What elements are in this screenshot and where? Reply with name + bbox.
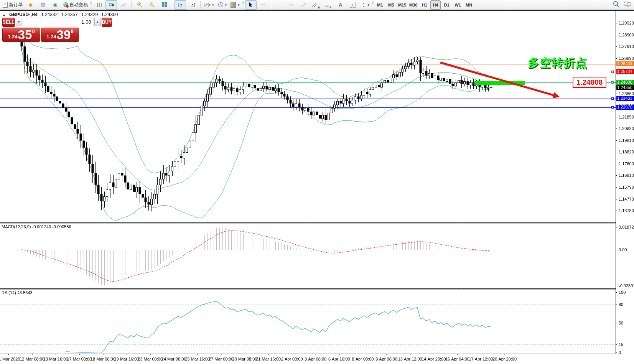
toolbar-separator bbox=[271, 1, 272, 9]
bar-chart-icon bbox=[96, 2, 102, 8]
chat-icon[interactable] bbox=[623, 1, 632, 7]
chart-window: 新订单 ◆ ▥ ◉ 自动交易 bbox=[0, 0, 634, 364]
text-label-icon: T bbox=[350, 2, 356, 8]
cursor-icon bbox=[248, 2, 253, 8]
toolbar-separator bbox=[172, 1, 173, 9]
rsi-label: RSI(14) 43.5643 bbox=[2, 290, 33, 295]
zoom-out-button[interactable] bbox=[146, 0, 158, 10]
price-level-label: 1.22670 bbox=[616, 105, 634, 110]
navigator-icon: ◉ bbox=[53, 2, 57, 7]
candlestick-icon bbox=[109, 2, 114, 8]
chevron-down-icon: ▾ bbox=[368, 3, 370, 7]
chart-shift-icon bbox=[190, 2, 196, 8]
channel-icon bbox=[312, 2, 318, 8]
volume-down-button[interactable]: ▼ bbox=[16, 18, 22, 26]
symbol-ohlc-line: ▲ GBPUSD-,H4 1.24332 1.24357 1.24329 1.2… bbox=[2, 12, 118, 17]
new-order-icon bbox=[3, 2, 8, 8]
price-box-annotation[interactable]: 1.24808 bbox=[573, 77, 606, 88]
crosshair-button[interactable] bbox=[257, 0, 269, 10]
chevron-down-icon: ▾ bbox=[212, 3, 214, 7]
channel-button[interactable]: E bbox=[310, 0, 322, 10]
vertical-line-button[interactable] bbox=[273, 0, 285, 10]
tf-d1[interactable]: D1 bbox=[441, 0, 452, 10]
templates-button[interactable]: ▾ bbox=[229, 0, 241, 10]
buy-price-pipette: 8 bbox=[71, 28, 73, 34]
chevron-down-icon: ▾ bbox=[225, 3, 227, 7]
horizontal-line-button[interactable] bbox=[286, 0, 297, 10]
indicators-icon bbox=[204, 2, 211, 8]
text-button[interactable]: A bbox=[335, 0, 346, 10]
candlestick-button[interactable] bbox=[105, 0, 117, 10]
zoom-in-button[interactable] bbox=[134, 0, 145, 10]
tile-windows-icon bbox=[162, 2, 167, 7]
toolbar-handle bbox=[91, 1, 92, 9]
volume-up-button[interactable]: ▲ bbox=[94, 18, 101, 26]
fibonacci-button[interactable]: F bbox=[323, 0, 334, 10]
chart-shift-button[interactable] bbox=[187, 0, 198, 10]
toolbar-separator bbox=[200, 1, 201, 9]
buy-price-button[interactable]: 1.24 39 8 bbox=[41, 28, 79, 42]
ohlc-low: 1.24329 bbox=[81, 12, 98, 17]
macd-label: MACD(12,26,9) -0.001240 -0.000556 bbox=[2, 224, 71, 229]
tf-m30[interactable]: M30 bbox=[408, 0, 418, 10]
sell-price-pipette: 0 bbox=[32, 28, 35, 34]
data-window-icon: ▥ bbox=[41, 2, 45, 7]
one-click-trade-panel: SELL ▼ ▲ BUY 1.24 35 0 1.24 39 8 bbox=[2, 18, 80, 42]
indicators-button[interactable]: ▾ bbox=[203, 0, 216, 10]
chevron-down-icon: ▾ bbox=[238, 3, 240, 7]
sell-button[interactable]: SELL bbox=[2, 18, 15, 27]
sell-price-main: 35 bbox=[18, 29, 32, 41]
sell-price-button[interactable]: 1.24 35 0 bbox=[2, 28, 40, 42]
ohlc-open: 1.24332 bbox=[41, 12, 58, 17]
autotrading-label: 自动交易 bbox=[69, 2, 88, 8]
buy-price-prefix: 1.24 bbox=[46, 34, 56, 40]
price-level-label: 1.25724 bbox=[616, 69, 634, 74]
price-level-label: 1.23433 bbox=[616, 96, 634, 101]
crosshair-icon bbox=[260, 2, 266, 8]
periods-button[interactable]: ▾ bbox=[216, 0, 229, 10]
text-icon: A bbox=[339, 2, 342, 7]
turning-point-annotation[interactable]: 多空转折点 bbox=[528, 55, 587, 71]
volume-stepper: ▼ ▲ bbox=[16, 18, 101, 26]
tf-h1[interactable]: H1 bbox=[419, 0, 430, 10]
buy-button[interactable]: BUY bbox=[102, 18, 112, 27]
chart-canvas[interactable] bbox=[0, 0, 634, 364]
symbol-name: GBPUSD-,H4 bbox=[9, 12, 38, 17]
line-chart-button[interactable] bbox=[118, 0, 129, 10]
bar-chart-button[interactable] bbox=[93, 0, 105, 10]
volume-input[interactable] bbox=[23, 18, 94, 26]
new-order-button[interactable]: 新订单 bbox=[1, 0, 24, 10]
tf-h4[interactable]: H4 bbox=[430, 0, 441, 10]
tf-m1[interactable]: M1 bbox=[375, 0, 385, 10]
toolbar-separator bbox=[131, 1, 132, 9]
autotrading-button[interactable]: 自动交易 bbox=[62, 0, 89, 10]
toolbar-handle bbox=[372, 1, 374, 9]
tile-windows-button[interactable] bbox=[158, 0, 170, 10]
tf-mn[interactable]: MN bbox=[464, 0, 474, 10]
search-icon[interactable] bbox=[613, 1, 619, 7]
auto-scroll-button[interactable] bbox=[175, 0, 186, 10]
cursor-button[interactable] bbox=[245, 0, 257, 10]
main-toolbar: 新订单 ◆ ▥ ◉ 自动交易 bbox=[0, 0, 634, 10]
arrows-icon bbox=[361, 2, 366, 8]
tf-m15[interactable]: M15 bbox=[397, 0, 407, 10]
market-watch-icon: ◆ bbox=[29, 2, 33, 7]
data-window-button[interactable]: ▥ bbox=[37, 0, 49, 10]
symbol-marker-icon: ▲ bbox=[2, 13, 6, 17]
templates-icon bbox=[231, 2, 236, 8]
text-label-button[interactable]: T bbox=[347, 0, 359, 10]
autotrading-icon bbox=[63, 2, 68, 7]
trendline-button[interactable] bbox=[298, 0, 310, 10]
zoom-in-icon bbox=[137, 2, 143, 8]
arrows-button[interactable]: ▾ bbox=[359, 0, 371, 10]
tf-m5[interactable]: M5 bbox=[386, 0, 396, 10]
ohlc-close: 1.24350 bbox=[101, 12, 118, 17]
auto-scroll-icon bbox=[178, 2, 183, 8]
buy-price-main: 39 bbox=[57, 29, 71, 41]
line-chart-icon bbox=[121, 2, 127, 8]
market-watch-button[interactable]: ◆ bbox=[25, 0, 36, 10]
navigator-button[interactable]: ◉ bbox=[49, 0, 61, 10]
vertical-line-icon bbox=[277, 2, 281, 8]
tf-w1[interactable]: W1 bbox=[453, 0, 463, 10]
trendline-icon bbox=[301, 2, 306, 8]
